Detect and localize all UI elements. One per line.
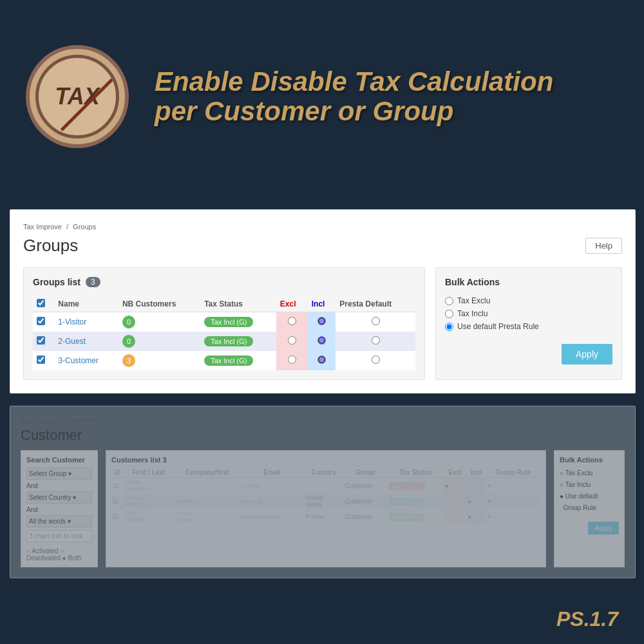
- row-tax-status: Tax Incl (G): [200, 351, 276, 370]
- col-presta-default: Presta Default: [336, 296, 415, 312]
- banner: TAX Enable Disable Tax Calculation per C…: [0, 0, 644, 193]
- customer-count-badge: 0: [122, 316, 135, 328]
- banner-title: Enable Disable Tax Calculation per Custo…: [155, 67, 618, 126]
- page-title: Groups: [23, 236, 78, 256]
- bg-select-country: Select Country ▾: [26, 491, 92, 504]
- excl-radio[interactable]: [288, 355, 296, 364]
- row-nb-customers: 0: [118, 332, 200, 351]
- row-incl: [308, 332, 336, 351]
- help-button[interactable]: Help: [585, 238, 622, 254]
- radio-item-default[interactable]: Use default Presta Rule: [445, 322, 612, 331]
- bg-row3: ☑ Djibrilr234fde Presta-r234fde djibril@…: [111, 509, 540, 524]
- col-tax-status: Tax Status: [200, 296, 276, 312]
- row-excl: [276, 332, 308, 351]
- banner-line2: per Customer or Group: [155, 97, 618, 126]
- bg-bulk-options: ○ Tax Exclu ○ Tax Inclu ● Use default Gr…: [560, 468, 619, 514]
- customer-count-badge: 3: [122, 354, 135, 367]
- incl-radio[interactable]: [317, 355, 326, 364]
- excl-radio[interactable]: [288, 317, 296, 325]
- table-row: 1-Visitor 0 Tax Incl (G): [33, 312, 415, 332]
- row-incl: [308, 312, 336, 332]
- row-checkbox[interactable]: [37, 317, 45, 325]
- bg-bulk-title: Bulk Actions: [560, 456, 619, 464]
- table-row: 3-Customer 3 Tax Incl (G): [33, 351, 415, 370]
- banner-logo: TAX: [26, 45, 129, 148]
- tax-status-badge: Tax Incl (G): [204, 355, 253, 366]
- incl-radio[interactable]: [317, 317, 326, 325]
- row-nb-customers: 3: [118, 351, 200, 370]
- row-checkbox[interactable]: [37, 336, 45, 345]
- row-nb-customers: 0: [118, 312, 200, 332]
- main-panel: Tax Improve / Groups Groups Help Groups …: [10, 209, 636, 393]
- radio-inclu[interactable]: [445, 310, 453, 318]
- select-all-checkbox[interactable]: [37, 299, 45, 307]
- tax-status-badge: Tax Incl (G): [204, 317, 253, 327]
- row-default: [336, 351, 415, 370]
- table-header-row: Name NB Customers Tax Status Excl Incl P…: [33, 296, 415, 312]
- radio-exclu[interactable]: [445, 297, 453, 305]
- bg-customer-panel: Tax Improve / Customer Customer Search C…: [10, 406, 636, 578]
- panel-title: Groups list: [33, 277, 80, 287]
- col-checkbox: [33, 296, 54, 312]
- row-name-link[interactable]: 3-Customer: [58, 356, 99, 365]
- bg-customers-title: Customers list 3: [111, 456, 540, 464]
- row-name: 3-Customer: [54, 351, 118, 370]
- radio-default-label: Use default Presta Rule: [457, 322, 539, 331]
- ps-version: PS.1.7: [556, 607, 618, 631]
- default-radio[interactable]: [372, 317, 380, 325]
- row-excl: [276, 312, 308, 332]
- bg-all-words: All the words ▾: [26, 515, 92, 527]
- tax-status-badge: Tax Incl (G): [204, 336, 253, 346]
- default-radio[interactable]: [372, 336, 380, 345]
- default-radio[interactable]: [372, 355, 380, 364]
- bg-and2: And: [26, 506, 92, 513]
- bg-bulk-panel: Bulk Actions ○ Tax Exclu ○ Tax Inclu ● U…: [554, 450, 625, 567]
- table-row: 2-Guest 0 Tax Incl (G): [33, 332, 415, 351]
- count-badge: 3: [86, 277, 100, 287]
- row-checkbox-cell: [33, 332, 54, 351]
- bg-search-input: 3 chars min to look: [26, 530, 92, 542]
- bg-customers-list: Customers list 3 ☑ First / Last Company/…: [106, 450, 546, 567]
- page-header: Groups Help: [23, 236, 622, 256]
- breadcrumb-parent[interactable]: Tax Improve: [23, 223, 62, 231]
- row-checkbox-cell: [33, 312, 54, 332]
- col-name: Name: [54, 296, 118, 312]
- bg-status-options: ○ Activated ○ Deactivated ● Both: [26, 547, 92, 562]
- col-excl: Excl: [276, 296, 308, 312]
- bulk-actions-panel: Bulk Actions Tax Exclu Tax Inclu Use def…: [435, 267, 622, 380]
- bg-breadcrumb: Tax Improve / Customer: [21, 417, 625, 424]
- bulk-radio-group: Tax Exclu Tax Inclu Use default Presta R…: [445, 296, 612, 331]
- radio-exclu-label: Tax Exclu: [457, 296, 490, 305]
- radio-item-exclu[interactable]: Tax Exclu: [445, 296, 612, 305]
- groups-list-panel: Groups list 3 Name NB Customers Tax Stat…: [23, 267, 425, 380]
- bg-content: Search Customer Select Group ▾ And Selec…: [21, 450, 625, 567]
- row-name-link[interactable]: 2-Guest: [58, 337, 86, 346]
- customer-count-badge: 0: [122, 335, 135, 348]
- bg-customers-table: ☑ First / Last Company/first Email Count…: [111, 468, 540, 524]
- apply-button[interactable]: Apply: [562, 344, 612, 365]
- breadcrumb-current: Groups: [73, 223, 96, 231]
- content-row: Groups list 3 Name NB Customers Tax Stat…: [23, 267, 622, 380]
- groups-table: Name NB Customers Tax Status Excl Incl P…: [33, 296, 415, 370]
- bg-table-header: ☑ First / Last Company/first Email Count…: [111, 468, 540, 478]
- panel-header: Groups list 3: [33, 277, 415, 287]
- breadcrumb: Tax Improve / Groups: [23, 223, 622, 231]
- row-checkbox[interactable]: [37, 355, 45, 364]
- row-name: 1-Visitor: [54, 312, 118, 332]
- row-incl: [308, 351, 336, 370]
- radio-inclu-label: Tax Inclu: [457, 309, 488, 318]
- row-default: [336, 332, 415, 351]
- banner-logo-inner: TAX: [35, 55, 119, 138]
- radio-default[interactable]: [445, 323, 453, 331]
- row-name: 2-Guest: [54, 332, 118, 351]
- incl-radio[interactable]: [317, 336, 326, 345]
- bg-search-title: Search Customer: [26, 456, 92, 464]
- bg-apply-btn: Apply: [588, 522, 619, 535]
- col-nb-customers: NB Customers: [118, 296, 200, 312]
- radio-item-inclu[interactable]: Tax Inclu: [445, 309, 612, 318]
- col-incl: Incl: [308, 296, 336, 312]
- excl-radio[interactable]: [288, 336, 296, 345]
- row-name-link[interactable]: 1-Visitor: [58, 317, 86, 327]
- bg-search-panel: Search Customer Select Group ▾ And Selec…: [21, 450, 98, 567]
- row-excl: [276, 351, 308, 370]
